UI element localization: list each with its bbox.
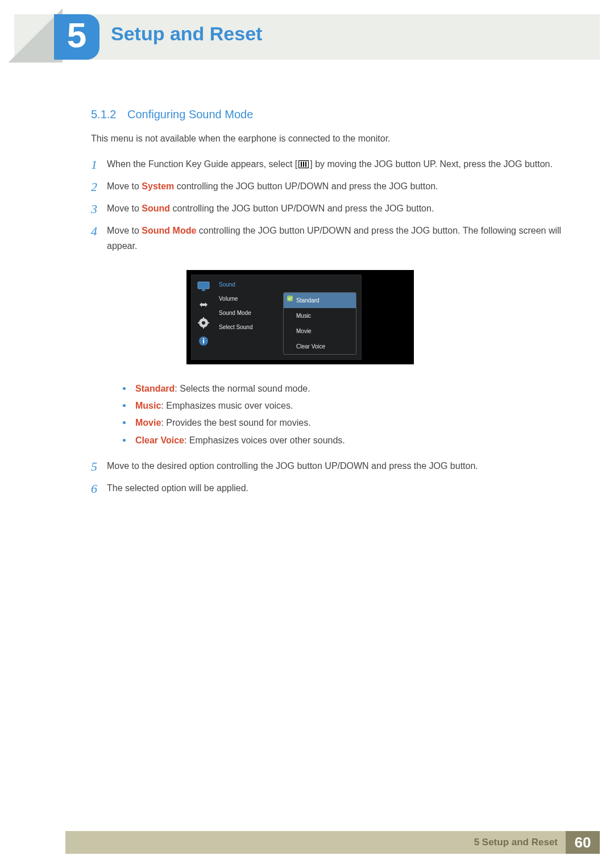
osd-menu-column: Sound Volume Sound Mode Select Sound <box>215 275 281 359</box>
step-2: Move to System controlling the JOG butto… <box>91 178 563 194</box>
footer-page-number: 60 <box>566 831 600 854</box>
desc-music-kw: Music <box>135 401 161 410</box>
desc-movie-kw: Movie <box>135 418 161 427</box>
osd-sidebar <box>192 275 215 359</box>
step-2-keyword: System <box>142 181 174 191</box>
svg-rect-14 <box>203 338 204 339</box>
osd-option-clear-voice: Clear Voice <box>284 339 356 354</box>
step-6: The selected option will be applied. <box>91 480 563 496</box>
section-heading: 5.1.2 Configuring Sound Mode <box>91 108 563 121</box>
monitor-icon <box>197 281 210 292</box>
svg-rect-8 <box>203 317 204 319</box>
desc-clear-voice: Clear Voice: Emphasizes voices over othe… <box>123 432 563 449</box>
step-4: Move to Sound Mode controlling the JOG b… <box>91 223 563 449</box>
menu-icon <box>298 160 309 168</box>
manual-page: 5 Setup and Reset 5.1.2 Configuring Soun… <box>0 0 614 868</box>
osd-panel: Sound Volume Sound Mode Select Sound Sta… <box>191 275 362 360</box>
desc-standard: Standard: Selects the normal sound mode. <box>123 380 563 397</box>
step-3: Move to Sound controlling the JOG button… <box>91 201 563 216</box>
desc-movie: Movie: Provides the best sound for movie… <box>123 414 563 431</box>
osd-menu-volume: Volume <box>219 294 275 304</box>
step-4-keyword: Sound Mode <box>142 226 196 235</box>
step-1: When the Function Key Guide appears, sel… <box>91 156 563 172</box>
footer-bar: 5 Setup and Reset 60 <box>65 831 600 854</box>
step-3-text-a: Move to <box>107 203 142 213</box>
osd-options-column: Standard Music Movie Clear Voice <box>281 275 361 359</box>
gear-icon <box>197 317 210 329</box>
lead-paragraph: This menu is not available when the earp… <box>91 131 563 146</box>
mode-description-list: Standard: Selects the normal sound mode.… <box>107 380 563 450</box>
section-title: Configuring Sound Mode <box>127 108 253 121</box>
step-4-text-a: Move to <box>107 226 142 235</box>
desc-clear-voice-text: : Emphasizes voices over other sounds. <box>184 435 345 445</box>
svg-rect-9 <box>203 326 204 329</box>
step-1-text-b: ] by moving the JOG button UP. Next, pre… <box>310 159 553 169</box>
section-number: 5.1.2 <box>91 108 116 121</box>
osd-menu-sound-mode: Sound Mode <box>219 308 275 318</box>
step-3-keyword: Sound <box>142 203 170 213</box>
step-1-text-a: When the Function Key Guide appears, sel… <box>107 159 297 169</box>
osd-menu-select-sound: Select Sound <box>219 322 275 332</box>
step-5-text: Move to the desired option controlling t… <box>107 461 478 471</box>
desc-clear-voice-kw: Clear Voice <box>135 435 184 445</box>
svg-rect-11 <box>207 322 209 323</box>
osd-screenshot: Sound Volume Sound Mode Select Sound Sta… <box>186 270 414 364</box>
step-6-text: The selected option will be applied. <box>107 483 248 493</box>
header-bar <box>14 14 600 60</box>
svg-rect-3 <box>305 162 306 167</box>
desc-standard-text: : Selects the normal sound mode. <box>175 384 310 393</box>
svg-point-7 <box>202 321 205 325</box>
footer-label: 5 Setup and Reset <box>474 837 566 848</box>
svg-rect-2 <box>303 162 304 167</box>
chapter-title: Setup and Reset <box>111 23 262 45</box>
arrows-icon <box>197 299 210 310</box>
osd-option-music: Music <box>284 308 356 323</box>
step-2-text-b: controlling the JOG button UP/DOWN and p… <box>174 181 438 191</box>
svg-rect-5 <box>202 289 205 291</box>
svg-rect-13 <box>203 340 204 343</box>
desc-music-text: : Emphasizes music over voices. <box>161 401 293 410</box>
osd-option-movie: Movie <box>284 323 356 339</box>
content-body: 5.1.2 Configuring Sound Mode This menu i… <box>91 108 563 502</box>
chapter-number-badge: 5 <box>54 14 99 60</box>
info-icon <box>197 335 210 347</box>
steps-list: When the Function Key Guide appears, sel… <box>91 156 563 496</box>
osd-black-fill <box>362 275 409 360</box>
step-3-text-b: controlling the JOG button UP/DOWN and p… <box>170 203 434 213</box>
osd-option-standard: Standard <box>284 293 356 308</box>
desc-movie-text: : Provides the best sound for movies. <box>161 418 310 427</box>
osd-options-list: Standard Music Movie Clear Voice <box>283 292 356 355</box>
svg-rect-4 <box>198 282 209 289</box>
svg-rect-10 <box>198 322 200 323</box>
osd-category: Sound <box>219 280 275 289</box>
desc-music: Music: Emphasizes music over voices. <box>123 397 563 414</box>
desc-standard-kw: Standard <box>135 384 175 393</box>
step-2-text-a: Move to <box>107 181 142 191</box>
svg-rect-1 <box>301 162 302 167</box>
step-5: Move to the desired option controlling t… <box>91 458 563 474</box>
